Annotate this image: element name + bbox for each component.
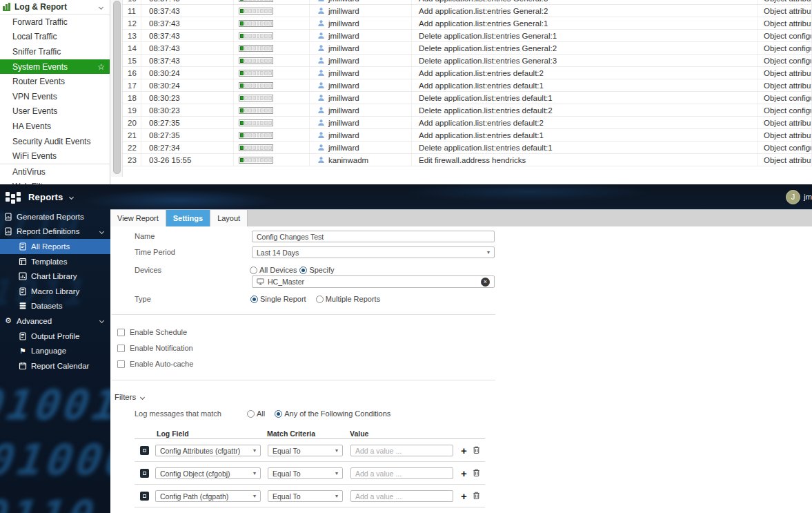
radio-option-single-report[interactable]: Single Report: [250, 295, 306, 303]
star-icon[interactable]: ☆: [97, 63, 105, 71]
radio-option-multiple-reports[interactable]: Multiple Reports: [316, 295, 380, 303]
table-row[interactable]: 1008:37:43jmillwardAdd application.list:…: [123, 0, 812, 5]
checkbox-enable-notification[interactable]: Enable Notification: [117, 344, 193, 352]
radio-option-all-devices[interactable]: All Devices: [250, 266, 297, 274]
severity-segment: [257, 146, 260, 150]
table-row[interactable]: 1408:37:43jmillwardDelete application.li…: [123, 42, 812, 55]
tab-layout[interactable]: Layout: [210, 210, 248, 226]
type-radio[interactable]: [316, 296, 324, 303]
row-number: 11: [123, 5, 141, 17]
table-row[interactable]: 1908:30:23jmillwardDelete application.li…: [123, 104, 812, 117]
sidebar-item-forward-traffic[interactable]: Forward Traffic: [0, 14, 110, 30]
log-field-select[interactable]: Config Attributes (cfgattr)▾: [155, 445, 261, 456]
sidebar-item-report-calendar[interactable]: Report Calendar: [0, 358, 110, 374]
table-row[interactable]: 2108:27:35jmillwardAdd application.list:…: [123, 129, 812, 142]
table-row[interactable]: 1508:37:43jmillwardDelete application.li…: [123, 55, 812, 67]
table-row[interactable]: 1608:30:24jmillwardAdd application.list:…: [123, 67, 812, 79]
filter-row: Config Attributes (cfgattr)▾Equal To▾+: [135, 439, 485, 462]
sidebar-item-macro-library[interactable]: Macro Library: [0, 284, 110, 299]
table-row[interactable]: 1708:30:24jmillwardAdd application.list:…: [123, 79, 812, 92]
match-criteria-select[interactable]: Equal To▾: [268, 467, 343, 479]
sidebar-item-system-events[interactable]: System Events☆: [0, 59, 110, 75]
remove-device-icon[interactable]: ×: [481, 278, 490, 287]
devices-radio[interactable]: [299, 267, 307, 274]
sidebar-item-user-events[interactable]: User Events: [0, 104, 110, 119]
table-row[interactable]: 1108:37:43jmillwardAdd application.list:…: [123, 5, 812, 17]
log-field-select[interactable]: Config Path (cfgpath)▾: [155, 490, 261, 502]
add-condition-button[interactable]: +: [461, 490, 467, 501]
chevron-down-icon[interactable]: [68, 194, 73, 199]
severity-segment: [248, 121, 252, 125]
time-period-select[interactable]: Last 14 Days ▾: [252, 246, 495, 258]
severity-segment: [248, 9, 252, 13]
sidebar-item-wifi-events[interactable]: WiFi Events: [0, 148, 110, 164]
radio-option-any-of-the-following-conditions[interactable]: Any of the Following Conditions: [275, 409, 390, 418]
value-input[interactable]: [350, 467, 453, 479]
filter-row: Config Object (cfgobj)▾Equal To▾+: [135, 462, 485, 485]
checkbox-enable-schedule[interactable]: Enable Schedule: [117, 328, 187, 336]
table-row[interactable]: 2208:27:34jmillwardDelete application.li…: [123, 142, 812, 154]
table-row[interactable]: 1208:37:43jmillwardAdd application.list:…: [123, 17, 812, 30]
match-criteria-select[interactable]: Equal To▾: [268, 445, 343, 456]
table-row[interactable]: 1808:30:23jmillwardDelete application.li…: [123, 92, 812, 104]
checkbox-enable-auto-cache[interactable]: Enable Auto-cache: [117, 360, 193, 368]
value-input[interactable]: [350, 490, 453, 502]
match-criteria-select[interactable]: Equal To▾: [268, 490, 343, 502]
delete-condition-button[interactable]: [472, 491, 481, 500]
match-radio[interactable]: [247, 410, 255, 418]
sidebar-item-language[interactable]: ⚑Language: [0, 343, 110, 358]
sidebar-item-sniffer-traffic[interactable]: Sniffer Traffic: [0, 44, 110, 59]
log-field-select[interactable]: Config Object (cfgobj)▾: [155, 467, 261, 479]
row-number: 18: [123, 92, 141, 104]
checkbox-box[interactable]: [117, 345, 125, 352]
sidebar-item-web-filter[interactable]: Web Filter: [0, 180, 110, 184]
table-row[interactable]: 2303-26 15:55kaninwadmEdit firewall.addr…: [123, 154, 812, 166]
filter-not-toggle-icon[interactable]: [140, 469, 149, 478]
filters-heading[interactable]: Filters: [115, 393, 144, 401]
devices-radio[interactable]: [250, 267, 257, 274]
add-condition-button[interactable]: +: [461, 444, 467, 456]
sidebar-item-output-profile[interactable]: Output Profile: [0, 329, 110, 344]
tab-view-report[interactable]: View Report: [110, 210, 166, 226]
severity-segment: [248, 59, 252, 63]
sidebar-item-ha-events[interactable]: HA Events: [0, 119, 110, 134]
name-input[interactable]: [252, 231, 495, 242]
log-field-value: Config Attributes (cfgattr): [160, 447, 240, 455]
table-row[interactable]: 1308:37:43jmillwardDelete application.li…: [123, 30, 812, 42]
avatar[interactable]: J: [786, 190, 800, 204]
sidebar-item-antivirus[interactable]: AntiVirus: [0, 164, 110, 180]
radio-option-specify[interactable]: Specify: [299, 266, 334, 274]
checkbox-box[interactable]: [117, 329, 125, 336]
sidebar-item-local-traffic[interactable]: Local Traffic: [0, 30, 110, 45]
device-chip[interactable]: HC_Master ×: [252, 275, 495, 288]
filter-not-toggle-icon[interactable]: [140, 492, 149, 501]
filter-not-toggle-icon[interactable]: [140, 446, 149, 455]
match-radio[interactable]: [275, 410, 282, 418]
sidebar-item-advanced[interactable]: ⚙Advanced: [0, 313, 110, 329]
sidebar-item-vpn-events[interactable]: VPN Events: [0, 89, 110, 104]
checkbox-box[interactable]: [117, 360, 125, 368]
log-table-scrollbar[interactable]: [111, 0, 123, 177]
sidebar-item-datasets[interactable]: Datasets: [0, 299, 110, 314]
sidebar-item-chart-library[interactable]: Chart Library: [0, 269, 110, 284]
sidebar-item-router-events[interactable]: Router Events: [0, 74, 110, 89]
user-menu[interactable]: J jm: [786, 190, 812, 204]
add-condition-button[interactable]: +: [461, 467, 467, 478]
delete-condition-button[interactable]: [472, 468, 481, 477]
sidebar-item-report-definitions[interactable]: Report Definitions: [0, 224, 110, 240]
value-input[interactable]: [350, 445, 453, 456]
log-time: 08:37:43: [141, 17, 234, 29]
delete-condition-button[interactable]: [472, 445, 481, 454]
sidebar-item-all-reports[interactable]: All Reports: [0, 239, 110, 254]
sidebar-item-templates[interactable]: Templates: [0, 254, 110, 269]
type-radio[interactable]: [250, 296, 258, 303]
scrollbar-thumb[interactable]: [113, 1, 121, 174]
severity-bar: [239, 95, 273, 101]
sidebar-item-security-audit-events[interactable]: Security Audit Events: [0, 134, 110, 149]
table-row[interactable]: 2008:27:35jmillwardAdd application.list:…: [123, 117, 812, 129]
tab-settings[interactable]: Settings: [166, 210, 210, 226]
severity-segment: [264, 146, 268, 150]
log-sidebar-header[interactable]: Log & Report: [0, 0, 110, 14]
sidebar-item-generated-reports[interactable]: Generated Reports: [0, 209, 110, 224]
radio-option-all[interactable]: All: [247, 409, 265, 418]
